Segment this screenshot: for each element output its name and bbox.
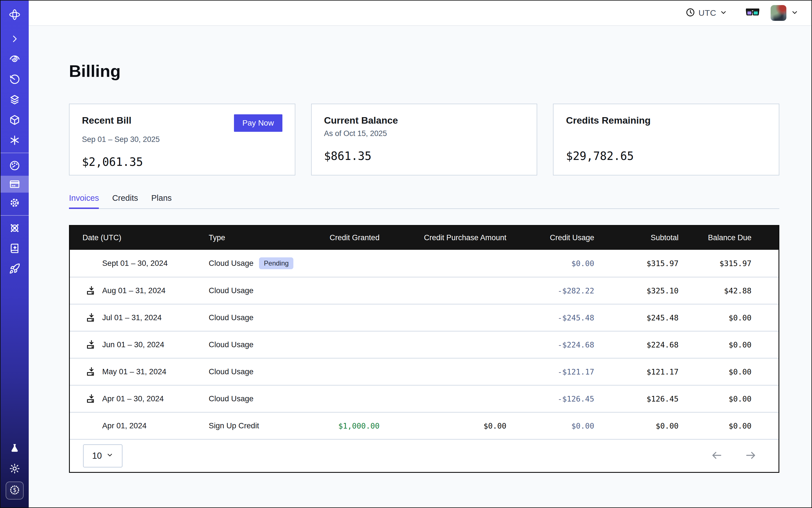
- avatar[interactable]: [771, 5, 786, 21]
- download-invoice-button[interactable]: [86, 312, 102, 324]
- type-cell: Cloud Usage: [209, 313, 280, 322]
- svg-text:$: $: [13, 486, 16, 493]
- column-header: Credit Purchase Amount: [380, 234, 507, 242]
- sidebar-item-usage[interactable]: [1, 156, 29, 176]
- sidebar-logo[interactable]: [1, 1, 29, 29]
- balance-due-value: $0.00: [679, 422, 778, 430]
- current-balance-card: Current Balance As of Oct 15, 2025 $861.…: [311, 103, 538, 175]
- column-header: Credit Granted: [280, 234, 380, 242]
- invoice-date: Jul 01 – 31, 2024: [102, 313, 162, 322]
- download-invoice-button[interactable]: [86, 366, 102, 378]
- download-icon: [86, 312, 96, 324]
- sidebar-divider: [1, 215, 29, 216]
- notebook-sparkle-icon: [9, 243, 20, 254]
- chevron-down-icon: [720, 9, 727, 17]
- type-cell: Cloud Usage Pending: [209, 257, 280, 269]
- summary-cards: Recent Bill Pay Now Sep 01 – Sep 30, 202…: [69, 103, 779, 175]
- sidebar: $: [1, 1, 29, 507]
- download-icon: [86, 366, 96, 378]
- credit-granted-value: $1,000.00: [280, 422, 380, 430]
- credits-remaining-amount: $29,782.65: [566, 150, 766, 163]
- column-header: Date (UTC): [70, 234, 209, 242]
- sidebar-item-layers[interactable]: [1, 90, 29, 110]
- sidebar-divider: [1, 153, 29, 153]
- table-row: Jul 01 – 31, 2024 Cloud Usage -$245.48 $…: [70, 304, 778, 331]
- tab-credits[interactable]: Credits: [112, 194, 138, 208]
- type-cell: Sign Up Credit: [209, 421, 280, 430]
- sidebar-item-monitor[interactable]: [1, 49, 29, 69]
- sidebar-item-packages[interactable]: [1, 110, 29, 130]
- type-cell: Cloud Usage: [209, 367, 280, 376]
- status-badge: Pending: [259, 257, 293, 269]
- sidebar-item-theme[interactable]: [1, 458, 29, 479]
- balance-due-value: $0.00: [679, 394, 778, 403]
- clock-icon: [686, 8, 695, 18]
- credit-usage-value: -$224.68: [506, 340, 594, 349]
- invoice-type: Cloud Usage: [209, 259, 253, 268]
- timezone-selector[interactable]: UTC: [686, 8, 727, 18]
- balance-due-value: $0.00: [679, 368, 778, 376]
- invoice-date: Sept 01 – 30, 2024: [102, 259, 168, 268]
- sidebar-item-billing[interactable]: [1, 176, 29, 193]
- download-invoice-button[interactable]: [86, 285, 102, 297]
- date-cell: Apr 01 – 30, 2024: [70, 393, 209, 405]
- subtotal-value: $325.10: [594, 286, 679, 295]
- sidebar-item-getting-started[interactable]: [1, 258, 29, 279]
- table-row: Sept 01 – 30, 2024 Cloud Usage Pending $…: [70, 250, 778, 277]
- sidebar-item-functions[interactable]: [1, 130, 29, 151]
- rocket-icon: [9, 263, 20, 274]
- column-header: Subtotal: [594, 234, 679, 242]
- previous-page-button[interactable]: [711, 450, 723, 462]
- credits-remaining-card: Credits Remaining $29,782.65: [553, 103, 779, 175]
- scan-eye-icon: [9, 53, 20, 65]
- flask-icon: [9, 443, 20, 454]
- date-cell: Apr 01, 2024: [70, 420, 209, 432]
- subtotal-value: $224.68: [594, 340, 679, 349]
- table-row: May 01 – 31, 2024 Cloud Usage -$121.17 $…: [70, 358, 778, 385]
- sidebar-item-labs[interactable]: [1, 438, 29, 458]
- gear-icon: [9, 197, 20, 208]
- date-cell: May 01 – 31, 2024: [70, 366, 209, 378]
- subtotal-value: $126.45: [594, 394, 679, 403]
- table-row: Apr 01 – 30, 2024 Cloud Usage -$126.45 $…: [70, 385, 778, 412]
- next-page-button[interactable]: [745, 450, 757, 462]
- subtotal-value: $121.17: [594, 368, 679, 376]
- table-row: Jun 01 – 30, 2024 Cloud Usage -$224.68 $…: [70, 331, 778, 358]
- sidebar-item-community[interactable]: [1, 218, 29, 238]
- sidebar-collapse-button[interactable]: [1, 29, 29, 49]
- tab-invoices[interactable]: Invoices: [69, 194, 99, 208]
- sidebar-item-settings[interactable]: [1, 193, 29, 213]
- invoice-date: Aug 01 – 31, 2024: [102, 286, 166, 295]
- pay-now-button[interactable]: Pay Now: [234, 114, 283, 132]
- layers-icon: [9, 94, 20, 105]
- download-invoice-button[interactable]: [86, 393, 102, 405]
- history-clock-icon: [9, 74, 20, 85]
- sidebar-item-docs[interactable]: [1, 238, 29, 258]
- arrow-right-icon: [745, 450, 757, 462]
- invoice-date: Jun 01 – 30, 2024: [102, 340, 164, 349]
- credits-reward-button[interactable]: $: [6, 481, 24, 500]
- reader-mode-button[interactable]: [745, 7, 760, 19]
- sidebar-item-history[interactable]: [1, 69, 29, 90]
- account-menu-button[interactable]: [791, 9, 799, 17]
- page-size-select[interactable]: 10: [83, 444, 123, 467]
- card-title: Current Balance: [324, 115, 398, 126]
- credit-purchase-value: $0.00: [380, 422, 507, 430]
- main-content: Billing Recent Bill Pay Now Sep 01 – Sep…: [29, 26, 811, 507]
- page-title: Billing: [69, 62, 779, 81]
- tabs: InvoicesCreditsPlans: [69, 194, 779, 209]
- type-cell: Cloud Usage: [209, 394, 280, 403]
- date-cell: Aug 01 – 31, 2024: [70, 285, 209, 297]
- date-cell: Jul 01 – 31, 2024: [70, 312, 209, 324]
- invoices-table: Date (UTC)TypeCredit GrantedCredit Purch…: [69, 225, 779, 473]
- current-balance-amount: $861.35: [324, 150, 524, 163]
- orbit-logo-icon: [8, 8, 21, 21]
- download-icon: [86, 285, 96, 297]
- subtotal-value: $315.97: [594, 259, 679, 268]
- tab-plans[interactable]: Plans: [151, 194, 172, 208]
- dollar-badge-icon: $: [9, 484, 20, 497]
- card-title: Recent Bill: [82, 115, 131, 126]
- table-row: Aug 01 – 31, 2024 Cloud Usage -$282.22 $…: [70, 277, 778, 304]
- card-title: Credits Remaining: [566, 115, 650, 126]
- download-invoice-button[interactable]: [86, 339, 102, 350]
